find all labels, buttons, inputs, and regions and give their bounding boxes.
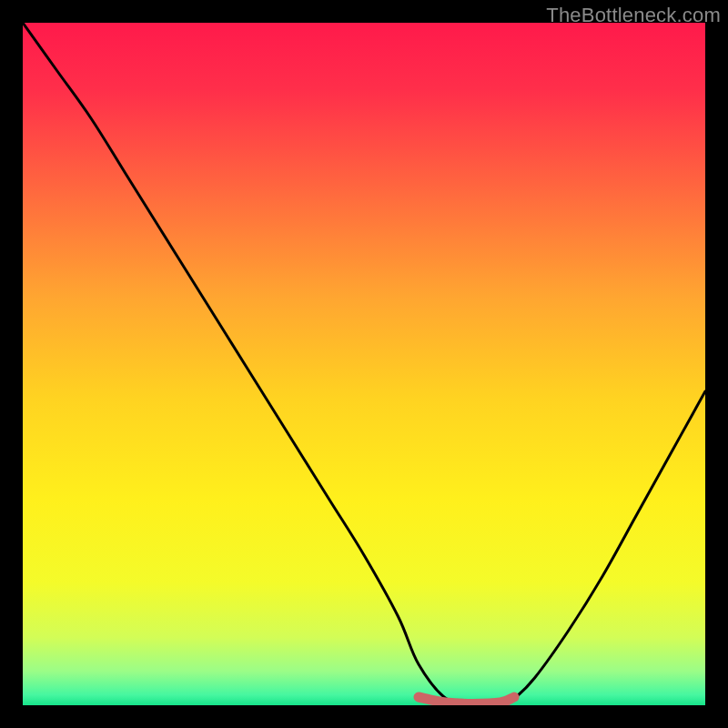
plot-area: [23, 23, 705, 705]
bottleneck-curve: [23, 23, 705, 705]
curve-layer: [23, 23, 705, 705]
watermark-text: TheBottleneck.com: [546, 4, 721, 27]
chart-frame: TheBottleneck.com: [0, 0, 728, 728]
optimal-range-marker: [419, 697, 514, 704]
